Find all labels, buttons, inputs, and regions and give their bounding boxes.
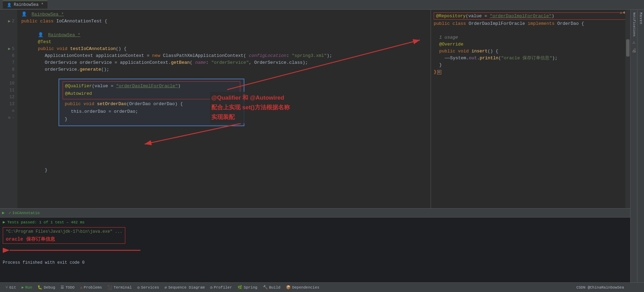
- warning-badge: ⚠4: [620, 10, 625, 15]
- spring-label: Spring: [244, 285, 257, 290]
- run-panel: ▶ ✓ IoCAnnotatio ▶ Tests passed: 1 of 1 …: [0, 208, 630, 282]
- code-line: [17, 25, 431, 32]
- code-line: ——System.out.println("oracle 保存订单信息");: [431, 55, 644, 62]
- code-line: public void testIoCAnnotation() {: [17, 46, 431, 52]
- code-line: 👤 RainbowSea *: [17, 11, 431, 18]
- code-editor[interactable]: 👤 RainbowSea * public class IoCAnnotatio…: [17, 10, 431, 208]
- profiler-icon: ◷: [210, 285, 213, 290]
- status-debug[interactable]: 🐛 Debug: [35, 285, 58, 290]
- user-icon: 👤: [7, 3, 12, 7]
- status-git[interactable]: ⑂ Git: [3, 285, 19, 290]
- status-spring[interactable]: 🌿 Spring: [235, 285, 260, 290]
- right-code-panel[interactable]: @Repository(value = "orderDaoImplForOrac…: [431, 10, 644, 208]
- code-line: ApplicationContext applicationContext = …: [17, 52, 431, 59]
- status-terminal[interactable]: ⬛ Terminal: [105, 285, 135, 290]
- active-tab[interactable]: 👤 RainbowSea *: [3, 1, 47, 9]
- code-line: 👤 RainbowSea *: [17, 32, 431, 39]
- notifications-label: Notifications: [632, 12, 636, 37]
- status-problems[interactable]: ⚠ Problems: [77, 285, 105, 290]
- run-icon: ▶: [22, 285, 24, 290]
- notifications-panel[interactable]: Notifications ⚠ 🖨: [630, 10, 637, 282]
- repository-line: @Repository(value = "orderDaoImplForOrac…: [434, 12, 641, 20]
- tab-bar: 👤 RainbowSea *: [0, 0, 644, 10]
- code-line: public class IoCAnnotationTest {: [17, 18, 431, 25]
- spring-icon: 🌿: [237, 285, 242, 290]
- code-line: [431, 27, 644, 34]
- cmd-line: "C:\Program Files\Java\jdk-17\bin\java.e…: [6, 228, 122, 235]
- maven-label: Maven: [639, 12, 643, 24]
- services-icon: ◎: [137, 285, 140, 290]
- run-content: ▶ Tests passed: 1 of 1 test – 462 ms "C:…: [0, 218, 630, 268]
- todo-icon: ☰: [61, 285, 64, 290]
- profiler-label: Profiler: [214, 285, 232, 290]
- output-line: oracle 保存订单信息: [6, 236, 122, 243]
- code-line: @Test: [17, 39, 431, 46]
- dependencies-icon: 📦: [286, 285, 291, 290]
- build-icon: 🔨: [263, 285, 268, 290]
- run-cmd-box: "C:\Program Files\Java\jdk-17\bin\java.e…: [3, 227, 125, 244]
- code-line: orderService.generate();: [17, 66, 431, 73]
- status-dependencies[interactable]: 📦 Dependencies: [283, 285, 322, 290]
- terminal-icon: ⬛: [107, 285, 112, 290]
- code-line: OrderService orderService = applicationC…: [17, 59, 431, 66]
- notif-warning-icon[interactable]: ⚠: [632, 39, 635, 45]
- status-sequence-diagram[interactable]: ⇄ Sequence Diagram: [162, 285, 207, 290]
- test-result: Tests passed: 1 of 1 test – 462 ms: [7, 219, 84, 226]
- git-label: Git: [9, 285, 16, 290]
- code-line: public void insert() {: [431, 48, 644, 55]
- code-line: }⊡: [431, 69, 644, 75]
- code-line: }: [17, 167, 47, 174]
- sequence-icon: ⇄: [165, 285, 167, 290]
- annotation-text-chinese: @Qualifier 和 @Autowired 配合上实现 set()方法根据名…: [210, 92, 291, 123]
- debug-icon: 🐛: [38, 285, 42, 290]
- csdn-label: CSDN @ChinaRainbowSea: [576, 285, 641, 290]
- status-profiler[interactable]: ◷ Profiler: [208, 285, 235, 290]
- tab-label: RainbowSea *: [14, 2, 43, 7]
- notif-print-icon[interactable]: 🖨: [632, 48, 636, 53]
- status-run[interactable]: ▶ Run: [19, 285, 35, 290]
- problems-label: Problems: [84, 285, 102, 290]
- terminal-label: Terminal: [114, 285, 132, 290]
- code-line: public class OrderDaoImplForOracle imple…: [431, 20, 644, 27]
- build-label: Build: [269, 285, 281, 290]
- scrollbar[interactable]: [625, 10, 630, 208]
- run-label: Run: [25, 285, 32, 290]
- problems-icon: ⚠: [80, 285, 83, 290]
- line-gutter: ▶2 ▶5 6 7 8 9 10 11 12 13 ⊖ ⊖◦: [0, 10, 17, 208]
- git-icon: ⑂: [6, 285, 8, 290]
- status-bar: ⑂ Git ▶ Run 🐛 Debug ☰ TODO ⚠ Problems ⬛ …: [0, 282, 644, 292]
- status-todo[interactable]: ☰ TODO: [58, 285, 77, 290]
- code-line: }: [431, 62, 644, 69]
- todo-label: TODO: [65, 285, 74, 290]
- run-tab-bar[interactable]: ▶ ✓ IoCAnnotatio: [0, 209, 630, 218]
- run-tab-active[interactable]: ✓ IoCAnnotatio: [6, 210, 42, 216]
- services-label: Services: [141, 285, 159, 290]
- status-build[interactable]: 🔨 Build: [260, 285, 283, 290]
- sequence-label: Sequence Diagram: [168, 285, 205, 290]
- code-line: @Override: [431, 41, 644, 48]
- dependencies-label: Dependencies: [292, 285, 319, 290]
- repository-box: @Repository(value = "orderDaoImplForOrac…: [434, 12, 641, 20]
- code-line: 1 usage: [431, 34, 644, 41]
- maven-panel[interactable]: Maven: [637, 10, 644, 282]
- debug-label: Debug: [44, 285, 55, 290]
- finish-line: Process finished with exit code 0: [3, 259, 627, 266]
- status-services[interactable]: ◎ Services: [135, 285, 162, 290]
- run-arrow: [3, 245, 147, 255]
